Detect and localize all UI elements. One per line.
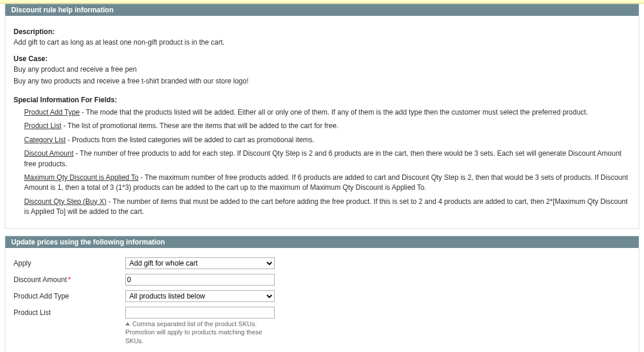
label-product-list: Product List [14, 307, 125, 317]
def-discount-amount: Discout Amount - The number of free prod… [24, 149, 630, 169]
def-term: Maximum Qty Discount is Applied To [24, 173, 139, 182]
usecase-label: Use Case: [14, 55, 630, 63]
def-desc: - The number of items that must be added… [24, 197, 628, 216]
def-term: Discount Qty Step (Buy X) [24, 197, 106, 206]
description-text: Add gift to cart as long as at least one… [14, 38, 630, 46]
field-definitions: Product Add Type - The mode that the pro… [24, 108, 630, 217]
def-max-qty: Maximum Qty Discount is Applied To - The… [24, 173, 630, 193]
label-product-add-type: Product Add Type [14, 290, 125, 300]
def-term: Discout Amount [24, 149, 74, 157]
help-panel-body: Description: Add gift to cart as long as… [5, 16, 639, 228]
help-panel: Discount rule help information Descripti… [5, 4, 639, 229]
row-discount-amount: Discount Amount* [14, 271, 630, 288]
def-desc: - Products from the listed categories wi… [66, 136, 315, 144]
form-panel-body: Apply Add gift for whole cart Discount A… [5, 248, 639, 352]
label-discount-amount: Discount Amount* [14, 274, 125, 284]
def-term: Product Add Type [24, 108, 80, 116]
def-desc: - The list of promotional items. These a… [61, 122, 338, 130]
def-term: Category List [24, 136, 66, 144]
hint-product-list: Comma separated list of the product SKUs… [125, 320, 275, 346]
usecase-line-1: Buy any product and receive a free pen [14, 65, 630, 73]
special-info-label: Special Information For Fields: [14, 96, 630, 104]
hint-triangle-icon [125, 322, 130, 326]
description-label: Description: [14, 28, 630, 36]
form-panel-header: Update prices using the following inform… [5, 236, 639, 248]
required-star: * [68, 276, 71, 284]
select-apply[interactable]: Add gift for whole cart [125, 257, 275, 269]
def-qty-step: Discount Qty Step (Buy X) - The number o… [24, 197, 630, 217]
row-apply: Apply Add gift for whole cart [14, 255, 630, 271]
def-term: Product List [24, 122, 61, 130]
help-panel-header: Discount rule help information [5, 4, 639, 16]
input-product-list[interactable] [125, 307, 275, 319]
select-product-add-type[interactable]: All products listed below [125, 290, 275, 302]
label-apply: Apply [14, 257, 125, 267]
input-discount-amount[interactable] [125, 274, 275, 286]
def-desc: - The mode that the products listed will… [80, 108, 588, 116]
def-product-add-type: Product Add Type - The mode that the pro… [24, 108, 630, 118]
def-product-list: Product List - The list of promotional i… [24, 121, 630, 131]
row-product-add-type: Product Add Type All products listed bel… [14, 288, 630, 304]
form-panel: Update prices using the following inform… [5, 236, 639, 352]
usecase-line-2: Buy any two products and receive a free … [14, 77, 630, 85]
row-product-list: Product List Comma separated list of the… [14, 304, 630, 348]
def-desc: - The number of free products to add for… [24, 149, 622, 167]
def-category-list: Category List - Products from the listed… [24, 135, 630, 145]
